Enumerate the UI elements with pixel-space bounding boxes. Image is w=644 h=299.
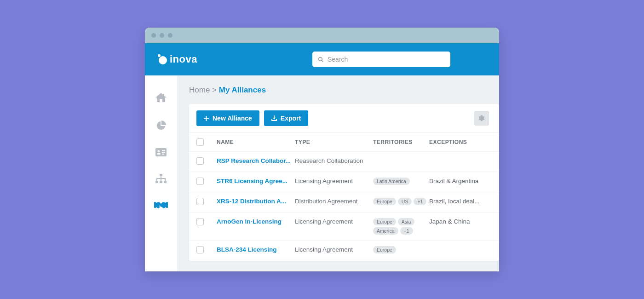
svg-line-1 [322,60,323,62]
panel-toolbar: New Alliance Export [189,104,499,133]
window-maximize-icon[interactable] [168,33,172,38]
row-territories: Europe [373,246,429,253]
row-type: Licensing Agreement [295,246,373,253]
row-type: Reasearch Collaboration [295,157,373,164]
sidebar-item-orgchart[interactable] [155,174,167,183]
search-input[interactable] [328,56,445,63]
row-type: Licensing Agreement [295,178,373,184]
gear-icon [478,115,485,121]
plus-icon [204,116,209,121]
window-close-icon[interactable] [151,33,156,38]
row-exceptions: Brazil, local deal... [429,198,484,205]
svg-rect-16 [165,178,166,181]
row-checkbox[interactable] [196,218,204,225]
row-type: Licensing Agreement [295,218,373,225]
table-row: BLSA-234 LicensingLicensing AgreementEur… [189,241,499,261]
row-name-link[interactable]: RSP Research Collabor... [217,157,295,164]
table-row: RSP Research Collabor...Reasearch Collab… [189,152,499,172]
row-type: Distribution Agreement [295,198,373,205]
breadcrumb-root[interactable]: Home [189,86,210,94]
main-content: Home > My Alliances New Alliance Export [177,75,499,271]
svg-rect-4 [157,153,161,155]
logo-icon [157,54,167,64]
svg-rect-6 [162,152,165,153]
row-territories: EuropeAsiaAmerica+1 [373,218,429,235]
breadcrumb-current: My Alliances [219,86,266,94]
app-header: inova [145,43,499,75]
app-logo[interactable]: inova [157,53,197,65]
app-body: Home > My Alliances New Alliance Export [145,75,499,271]
svg-rect-17 [154,202,156,208]
svg-point-3 [158,150,160,153]
breadcrumb-separator: > [212,86,217,94]
settings-button[interactable] [474,111,489,126]
home-icon [155,93,167,103]
browser-titlebar [145,28,499,43]
row-exceptions: Brazil & Argentina [429,178,484,184]
new-alliance-label: New Alliance [213,115,252,122]
svg-rect-7 [162,154,164,155]
sidebar-item-home[interactable] [155,93,167,103]
svg-rect-8 [160,174,162,176]
row-name-link[interactable]: BLSA-234 Licensing [217,246,295,253]
breadcrumb: Home > My Alliances [189,86,499,95]
row-name-link[interactable]: XRS-12 Distribution A... [217,198,295,205]
table-row: ArnoGen In-LicensingLicensing AgreementE… [189,213,499,241]
table-row: XRS-12 Distribution A...Distribution Agr… [189,192,499,213]
svg-rect-20 [204,118,209,119]
download-icon [271,115,277,121]
row-checkbox[interactable] [196,157,204,165]
svg-rect-11 [164,181,167,183]
search-bar[interactable] [312,52,450,67]
sidebar [145,75,177,271]
col-territories[interactable]: TERRITORIES [373,139,429,145]
window-minimize-icon[interactable] [160,33,164,38]
export-button[interactable]: Export [264,110,308,126]
territory-pill[interactable]: Europe [373,198,396,205]
alliance-panel: New Alliance Export NAME TYPE TERRITORIE… [189,104,499,261]
svg-rect-18 [166,202,168,208]
new-alliance-button[interactable]: New Alliance [196,110,259,126]
row-checkbox[interactable] [196,198,204,205]
svg-rect-5 [162,150,165,151]
table-row: STR6 Licensing Agree...Licensing Agreeme… [189,172,499,192]
pie-chart-icon [156,121,166,131]
svg-rect-22 [271,119,272,121]
territory-pill[interactable]: Europe [373,218,396,225]
col-type[interactable]: TYPE [295,139,373,145]
hierarchy-icon [155,174,167,183]
sidebar-item-contacts[interactable] [155,148,167,156]
territory-pill[interactable]: Asia [398,218,414,225]
table-body: RSP Research Collabor...Reasearch Collab… [189,152,499,261]
svg-rect-23 [276,119,277,121]
table-header: NAME TYPE TERRITORIES EXCEPTIONS [189,133,499,152]
svg-rect-15 [161,178,161,181]
territory-pill[interactable]: +1 [400,227,413,235]
col-exceptions[interactable]: EXCEPTIONS [429,139,484,145]
row-territories: EuropeUS+1 [373,198,429,205]
territory-pill[interactable]: America [373,227,398,235]
search-icon [318,57,324,63]
col-name[interactable]: NAME [217,139,295,145]
svg-rect-9 [155,181,158,183]
logo-text: inova [170,53,197,65]
territory-pill[interactable]: Latin America [373,178,410,185]
row-name-link[interactable]: ArnoGen In-Licensing [217,218,295,225]
row-exceptions: Japan & China [429,218,484,225]
territory-pill[interactable]: Europe [373,246,396,253]
territory-pill[interactable]: +1 [414,198,426,205]
sidebar-item-analytics[interactable] [156,121,166,131]
browser-window: inova Home [145,28,499,271]
territory-pill[interactable]: US [398,198,412,205]
svg-point-0 [319,57,322,61]
select-all-checkbox[interactable] [196,138,204,146]
id-card-icon [155,148,167,156]
handshake-icon [154,201,168,210]
svg-rect-10 [160,181,162,183]
row-checkbox[interactable] [196,178,204,185]
row-territories: Latin America [373,178,429,185]
export-label: Export [281,115,301,122]
row-checkbox[interactable] [196,246,204,253]
sidebar-item-alliances[interactable] [154,201,168,210]
row-name-link[interactable]: STR6 Licensing Agree... [217,178,295,184]
